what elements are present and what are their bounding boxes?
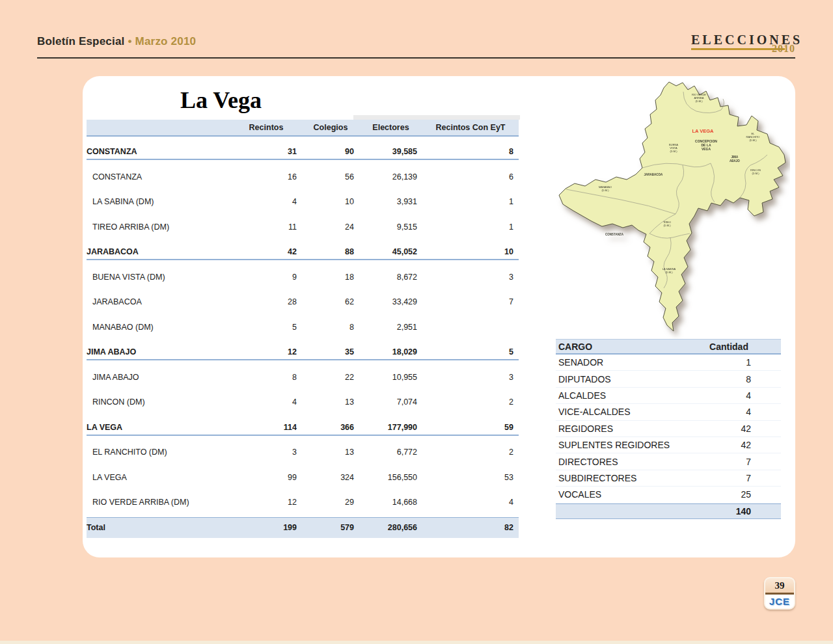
province-table-body: CONSTANZA319039,5858CONSTANZA165626,1396…	[87, 139, 519, 538]
map-label: BUENAVISTA(D.M.)	[669, 143, 678, 153]
row-value: 56	[302, 172, 359, 181]
row-label: BUENA VISTA (DM)	[87, 273, 230, 282]
bulletin-card: La Vega Recintos Colegios Electores Reci…	[83, 76, 795, 557]
cargo-row: ALCALDES4	[556, 388, 781, 404]
cargo-row: SUBDIRECTORES7	[556, 470, 781, 487]
row-value: 2	[422, 448, 519, 457]
row-value: 14,668	[359, 498, 422, 507]
row-value: 8,672	[359, 273, 422, 282]
row-value: 4	[422, 498, 519, 507]
table-row: BUENA VISTA (DM)9188,6723	[87, 265, 519, 290]
cargo-label: ALCALDES	[556, 390, 677, 401]
row-value: 199	[230, 523, 302, 532]
cargo-label: SUPLENTES REGIDORES	[556, 440, 677, 450]
table-row: RINCON (DM)4137,0742	[87, 390, 519, 415]
row-value: 10	[302, 197, 359, 206]
row-label: JARABACOA	[87, 297, 230, 306]
table-row: CONSTANZA165626,1396	[87, 165, 519, 190]
cargo-label: SUBDIRECTORES	[556, 473, 677, 483]
row-label: CONSTANZA	[87, 172, 230, 181]
row-value: 9	[230, 273, 302, 282]
row-value: 13	[302, 397, 359, 407]
row-value: 24	[302, 222, 359, 232]
row-value: 324	[302, 473, 359, 482]
row-label: CONSTANZA	[87, 147, 230, 156]
table-row: JIMA ABAJO82210,9553	[87, 365, 519, 390]
table-row: JARABACOA428845,05210	[87, 239, 519, 265]
row-label: LA SABINA (DM)	[87, 197, 230, 206]
row-label: JIMA ABAJO	[87, 373, 230, 382]
page-number: 39	[765, 578, 794, 593]
cargo-label: REGIDORES	[556, 423, 677, 434]
cargo-value: 42	[677, 440, 781, 450]
cargo-value: 7	[677, 473, 781, 483]
row-value: 42	[230, 247, 302, 256]
province-table: Recintos Colegios Electores Recintos Con…	[87, 120, 519, 137]
row-value: 1	[422, 197, 519, 206]
table-row: RIO VERDE ARRIBA (DM)122914,6684	[87, 490, 519, 515]
row-value: 2,951	[359, 323, 422, 332]
row-value: 12	[230, 347, 302, 356]
row-value: 10,955	[359, 373, 422, 382]
row-value: 88	[302, 247, 359, 256]
row-value: 366	[302, 423, 359, 432]
cargo-row: VICE-ALCALDES4	[556, 404, 781, 420]
map-label: JARABACOA	[644, 173, 664, 176]
row-value: 7,074	[359, 397, 422, 407]
row-value: 3	[422, 273, 519, 282]
bullet-separator: •	[128, 35, 131, 47]
brand-year: 2010	[772, 43, 795, 55]
table-row: LA VEGA114366177,99059	[87, 415, 519, 440]
cargo-value: 4	[677, 407, 781, 417]
brand-block: ELECCIONES 2010	[691, 33, 795, 59]
row-value: 33,429	[359, 297, 422, 306]
cargo-value: 25	[677, 489, 781, 500]
cargo-row: REGIDORES42	[556, 421, 781, 437]
row-value: 1	[422, 222, 519, 232]
row-label: LA VEGA	[87, 473, 230, 482]
table-row: CONSTANZA319039,5858	[87, 139, 519, 165]
row-value: 6,772	[359, 448, 422, 457]
row-value: 99	[230, 473, 302, 482]
row-label: JIMA ABAJO	[87, 347, 230, 356]
row-label: RIO VERDE ARRIBA (DM)	[87, 498, 230, 507]
row-value: 177,990	[359, 423, 422, 432]
cargo-row: DIRECTORES7	[556, 453, 781, 470]
cargo-label: DIRECTORES	[556, 457, 677, 467]
row-value: 29	[302, 498, 359, 507]
column-header-recintos: Recintos	[230, 123, 302, 132]
issue-date: Marzo 2010	[135, 35, 197, 47]
table-row: EL RANCHITO (DM)3136,7722	[87, 440, 519, 465]
row-label: LA VEGA	[87, 423, 230, 432]
row-value: 8	[230, 373, 302, 382]
map-label: TIREO(D.M.)	[663, 221, 671, 227]
la-vega-province-map: RIO VERDEARRIBA(D.M.)LA VEGACONCEPCIONDE…	[554, 77, 790, 339]
table-row: Total199579280,65682	[87, 517, 519, 538]
cargo-label: VOCALES	[556, 489, 677, 500]
cargo-row: DIPUTADOS8	[556, 371, 781, 387]
map-label: CONSTANZA	[605, 233, 624, 236]
row-value: 16	[230, 172, 302, 181]
table-row: JIMA ABAJO123518,0295	[87, 340, 519, 365]
page-header: Boletín Especial • Marzo 2010 ELECCIONES…	[37, 33, 795, 59]
province-map: RIO VERDEARRIBA(D.M.)LA VEGACONCEPCIONDE…	[554, 77, 790, 339]
row-value: 280,656	[359, 523, 422, 532]
row-value: 11	[230, 222, 302, 232]
cargo-value: 4	[677, 390, 781, 401]
cargo-table-header: CARGO Cantidad	[556, 339, 781, 355]
row-value: 28	[230, 297, 302, 306]
row-label: MANABAO (DM)	[87, 323, 230, 332]
row-value: 156,550	[359, 473, 422, 482]
row-value: 3,931	[359, 197, 422, 206]
column-header-cantidad: Cantidad	[677, 342, 781, 352]
jce-logo: JCE	[765, 595, 794, 608]
row-value: 8	[422, 147, 519, 156]
row-value: 39,585	[359, 147, 422, 156]
province-title: La Vega	[180, 87, 262, 114]
row-value: 4	[230, 397, 302, 407]
row-value: 13	[302, 448, 359, 457]
bulletin-title: Boletín Especial	[37, 35, 125, 47]
cargo-total-row: 140	[556, 503, 781, 519]
header-rule	[37, 57, 795, 59]
row-value: 90	[302, 147, 359, 156]
